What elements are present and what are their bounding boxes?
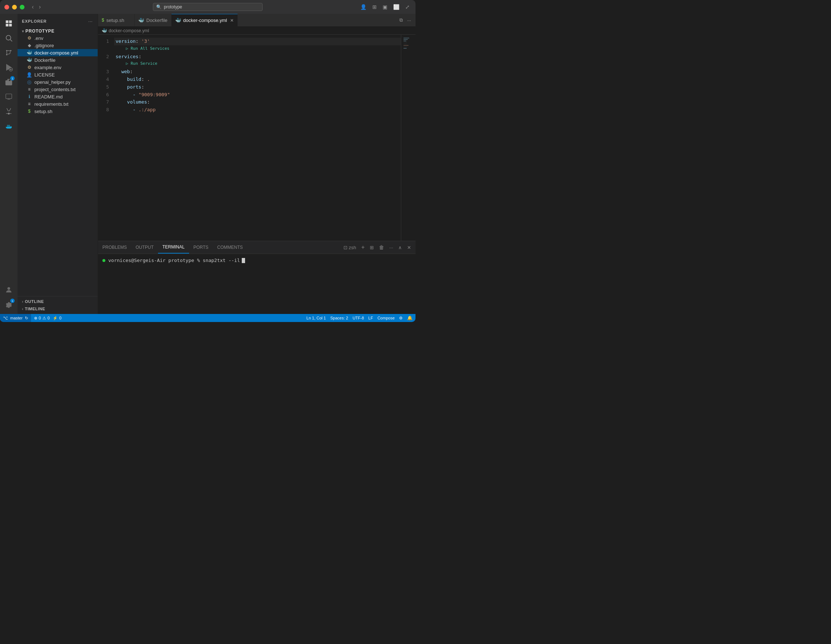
tree-item-gitignore[interactable]: ◆ .gitignore	[18, 42, 98, 49]
app-body: 1 1 EXPLORER ···	[0, 14, 416, 314]
code-line-3: web:	[114, 68, 401, 76]
panel-up-btn[interactable]: ∧	[397, 244, 403, 251]
status-encoding[interactable]: UTF-8	[353, 316, 364, 320]
activity-docker[interactable]	[2, 121, 15, 134]
eol-text: LF	[368, 316, 373, 320]
status-remote[interactable]: ⚡ 0	[53, 316, 61, 320]
more-panel-btn[interactable]: ···	[388, 244, 395, 251]
tab-dockerfile[interactable]: 🐳 Dockerfile	[135, 14, 172, 26]
fullscreen-btn[interactable]: ⤢	[404, 3, 411, 11]
line-numbers: 1 2 3 4 5 6 7 8	[98, 35, 113, 241]
svg-point-12	[8, 113, 10, 115]
panel-toggle[interactable]: ⬜	[392, 3, 401, 11]
explorer-title: EXPLORER	[22, 19, 47, 24]
sidebar-footer: › OUTLINE › TIMELINE	[18, 296, 98, 314]
sidebar-header: EXPLORER ···	[18, 14, 98, 27]
account-icon-btn[interactable]: 👤	[359, 3, 368, 11]
add-terminal-btn[interactable]: +	[360, 243, 366, 251]
activity-git[interactable]	[2, 46, 15, 59]
code-line-4: build: .	[114, 76, 401, 83]
panel-close-btn[interactable]: ✕	[406, 244, 412, 251]
panel-tab-problems[interactable]: PROBLEMS	[98, 241, 131, 253]
code-run-service[interactable]: ▷ Run Service	[114, 61, 401, 68]
status-branch-section[interactable]: ⌥ master ↻	[0, 314, 31, 322]
back-button[interactable]: ‹	[30, 3, 35, 11]
tree-item-openai[interactable]: ◎ openai_helper.py	[18, 78, 98, 86]
tree-item-env[interactable]: ⚙ .env	[18, 34, 98, 42]
timeline-label: TIMELINE	[25, 307, 45, 311]
outline-section[interactable]: › OUTLINE	[18, 298, 98, 305]
output-label: OUTPUT	[136, 245, 154, 250]
activity-search[interactable]	[2, 32, 15, 45]
status-language[interactable]: Compose	[377, 316, 395, 320]
activity-test[interactable]	[2, 105, 15, 118]
split-editor-btn[interactable]: ⧉	[398, 16, 404, 24]
panel-tab-terminal[interactable]: TERMINAL	[158, 241, 189, 253]
code-run-all[interactable]: ▷ Run All Services	[114, 45, 401, 53]
outline-label: OUTLINE	[25, 299, 44, 304]
file-name: setup.sh	[34, 109, 52, 114]
close-button[interactable]	[5, 5, 9, 10]
remote-count: 0	[59, 316, 61, 320]
tree-item-docker-compose[interactable]: 🐳 docker-compose.yml	[18, 49, 98, 56]
panel-tab-ports[interactable]: PORTS	[189, 241, 213, 253]
activity-remote[interactable]	[2, 90, 15, 103]
activity-account[interactable]	[2, 283, 15, 296]
activity-bar-bottom: 1	[2, 283, 15, 311]
status-extension[interactable]: ⚙	[399, 316, 403, 320]
bell-icon: 🔔	[407, 316, 412, 320]
code-line-5: ports:	[114, 83, 401, 91]
tree-item-readme[interactable]: ℹ README.md	[18, 93, 98, 100]
forward-button[interactable]: ›	[37, 3, 42, 11]
code-content[interactable]: version: '3' ▷ Run All Services services…	[113, 35, 401, 241]
status-bell[interactable]: 🔔	[407, 316, 412, 320]
tree-folder-prototype[interactable]: ▾ PROTOTYPE	[18, 28, 98, 34]
tab-setup[interactable]: $ setup.sh	[98, 14, 135, 26]
activity-run[interactable]	[2, 61, 15, 74]
tab-close-icon[interactable]: ✕	[230, 18, 234, 23]
delete-terminal-btn[interactable]: 🗑	[377, 244, 385, 251]
position-text: Ln 1, Col 1	[307, 316, 326, 320]
docker-compose-icon: 🐳	[26, 50, 32, 56]
search-bar[interactable]: 🔍 prototype	[153, 3, 263, 11]
maximize-button[interactable]	[20, 5, 24, 10]
activity-settings[interactable]: 1	[2, 298, 15, 311]
terminal-layout-btn[interactable]: ⊞	[368, 244, 375, 251]
env-icon: ⚙	[26, 35, 32, 41]
layout-button[interactable]: ⊞	[371, 3, 378, 11]
shell-icon: $	[26, 108, 32, 114]
activity-extensions[interactable]: 1	[2, 75, 15, 89]
panel-tab-output[interactable]: OUTPUT	[131, 241, 158, 253]
code-editor[interactable]: 1 2 3 4 5 6 7 8 version: '3' ▷ Run All S…	[98, 35, 416, 241]
file-name: README.md	[34, 94, 62, 99]
minimize-button[interactable]	[12, 5, 17, 10]
terminal-body[interactable]: vornices@Sergeis-Air prototype % snap2tx…	[98, 254, 416, 314]
more-actions-btn[interactable]: ···	[406, 17, 412, 24]
tree-item-dockerfile[interactable]: 🐳 Dockerfile	[18, 56, 98, 64]
panel-tabs: PROBLEMS OUTPUT TERMINAL PORTS COMMENTS …	[98, 241, 416, 254]
sidebar-menu-btn[interactable]: ···	[88, 18, 93, 25]
python-icon: ◎	[26, 79, 32, 85]
tree-item-setup[interactable]: $ setup.sh	[18, 108, 98, 115]
tree-item-example-env[interactable]: ⚙ example.env	[18, 64, 98, 71]
requirements-icon: ≡	[26, 101, 32, 107]
status-position[interactable]: Ln 1, Col 1	[307, 316, 326, 320]
code-line-8: - .:/app	[114, 106, 401, 114]
panel-tab-comments[interactable]: COMMENTS	[213, 241, 247, 253]
timeline-section[interactable]: › TIMELINE	[18, 305, 98, 312]
status-spaces[interactable]: Spaces: 2	[330, 316, 348, 320]
tree-item-project-contents[interactable]: ≡ project_contents.txt	[18, 86, 98, 93]
status-errors[interactable]: ⊗ 0 ⚠ 0	[34, 316, 50, 320]
svg-point-3	[10, 50, 12, 52]
status-eol[interactable]: LF	[368, 316, 373, 320]
tab-docker-compose[interactable]: 🐳 docker-compose.yml ✕	[172, 14, 238, 26]
remote-icon: ⌥	[3, 316, 8, 320]
problems-label: PROBLEMS	[102, 245, 127, 250]
shell-icon: ⊡	[344, 245, 347, 250]
tree-item-license[interactable]: 👤 LICENSE	[18, 71, 98, 78]
terminal-shell-indicator[interactable]: ⊡ zsh	[342, 244, 358, 251]
tab-bar: $ setup.sh 🐳 Dockerfile 🐳 docker-compose…	[98, 14, 416, 27]
tree-item-requirements[interactable]: ≡ requirements.txt	[18, 100, 98, 108]
sidebar-toggle[interactable]: ▣	[381, 3, 389, 11]
activity-explorer[interactable]	[2, 17, 15, 30]
